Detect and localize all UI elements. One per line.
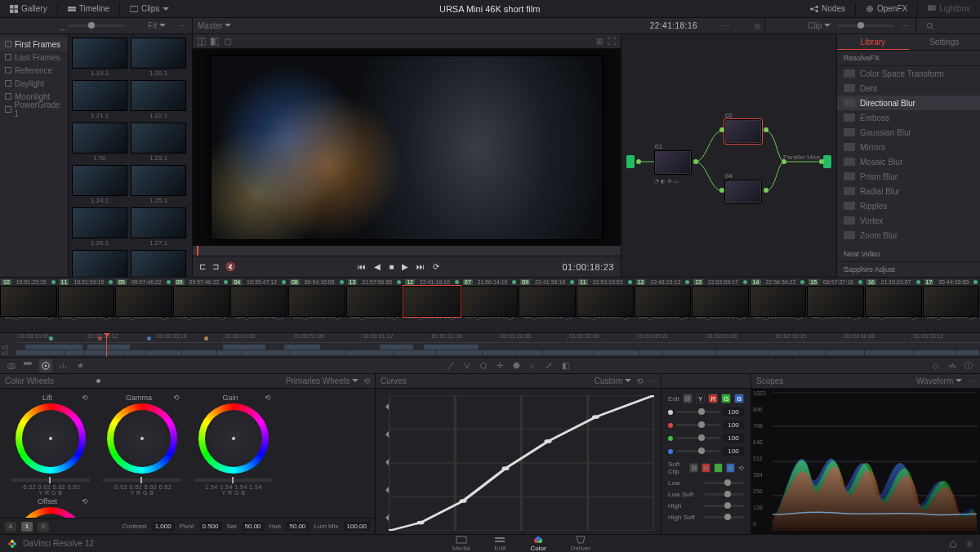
- node-zoom-slider[interactable]: [837, 24, 894, 27]
- timeline-flag[interactable]: [147, 336, 151, 341]
- loop-icon[interactable]: ⟳: [433, 262, 439, 271]
- scopes-options-icon[interactable]: ⋯: [967, 376, 975, 385]
- keyframe-icon[interactable]: ◇: [931, 361, 941, 371]
- curves-edge-markers[interactable]: [382, 395, 389, 531]
- channel-g[interactable]: G: [721, 394, 731, 403]
- still-thumb[interactable]: 1.24.1: [72, 165, 127, 204]
- clip-thumb[interactable]: 0410:35:47:12: [230, 278, 287, 314]
- clip-thumb[interactable]: 1222:48:23:13: [635, 278, 692, 314]
- highlight-icon[interactable]: ▢: [224, 37, 231, 46]
- clip-thumb[interactable]: 1321:57:56:00: [346, 278, 403, 314]
- album-reference[interactable]: Reference: [0, 64, 68, 77]
- next-clip-icon[interactable]: ⏭: [416, 262, 425, 271]
- expand-icon[interactable]: ⛶: [608, 37, 616, 46]
- home-icon[interactable]: [949, 540, 957, 548]
- clip-thumb[interactable]: 1322:03:59:17: [692, 278, 749, 314]
- reverse-icon[interactable]: ◀: [374, 262, 381, 271]
- fx-item[interactable]: Radial Blur: [837, 184, 980, 198]
- album-last-frames[interactable]: Last Frames: [0, 51, 68, 64]
- settings-icon[interactable]: [965, 540, 973, 548]
- mark-in-icon[interactable]: ⊏: [199, 262, 206, 271]
- fx-item[interactable]: Directional Blur: [837, 96, 980, 110]
- edit-r-slider[interactable]: [676, 424, 719, 426]
- node-01[interactable]: 01: [654, 150, 692, 175]
- qualifier-icon[interactable]: [462, 361, 472, 371]
- mute-icon[interactable]: 🔇: [225, 262, 235, 271]
- lightbox-button[interactable]: Lightbox: [923, 2, 975, 16]
- clips-button[interactable]: Clips: [125, 2, 174, 16]
- options-icon[interactable]: ⋯: [179, 21, 187, 30]
- still-thumb[interactable]: 1.23.1: [131, 122, 186, 162]
- node-graph[interactable]: 01 02 04 Parallel Mixe... ◔ ◐ ⊕ ▭: [621, 34, 836, 277]
- viewer-timecode[interactable]: 22:41:18:16: [650, 21, 697, 30]
- curves-options-icon[interactable]: ⋯: [648, 376, 656, 385]
- info-icon[interactable]: ⓘ: [964, 361, 973, 371]
- edit-y-value[interactable]: [723, 407, 744, 416]
- clip-thumb[interactable]: 1720:44:10:00: [923, 278, 980, 314]
- split-icon[interactable]: [211, 38, 219, 46]
- timeline-ruler[interactable]: 01:00:10:0601:00:20:1201:00:30:1801:00:4…: [16, 333, 980, 343]
- edit-b-value[interactable]: [723, 447, 744, 456]
- key-icon[interactable]: ⌕: [528, 361, 537, 371]
- page-edit[interactable]: Edit: [494, 536, 506, 552]
- viewer-timecode-display[interactable]: 01:00:18:23: [562, 262, 614, 272]
- gallery-button[interactable]: Gallery: [5, 2, 52, 16]
- viewer-scrubber[interactable]: [193, 246, 621, 256]
- curves-graph[interactable]: [389, 395, 654, 531]
- album-daylight[interactable]: Daylight: [0, 77, 68, 90]
- sc-channel-b[interactable]: B: [726, 463, 735, 473]
- node-mode-dropdown[interactable]: Clip: [808, 21, 831, 30]
- fx-item[interactable]: Emboss: [837, 110, 980, 125]
- stop-icon[interactable]: ■: [389, 262, 394, 271]
- still-thumb[interactable]: 1.30.1: [131, 250, 186, 277]
- page-color[interactable]: Color: [530, 536, 546, 552]
- node-options-icon[interactable]: ⋯: [901, 21, 909, 30]
- color-wheel-offset[interactable]: Offset⟲25.00 25.00 25.00 25.00Y R G B: [5, 496, 96, 518]
- edit-r-value[interactable]: [723, 421, 744, 430]
- still-thumb[interactable]: 1.50: [72, 122, 127, 162]
- clip-thumb[interactable]: 0509:57:46:22: [115, 278, 172, 314]
- timeline-flag[interactable]: [49, 336, 53, 341]
- window-icon[interactable]: [479, 361, 488, 371]
- clip-thumb[interactable]: 1222:41:18:16: [403, 278, 461, 314]
- fx-item[interactable]: Gaussian Blur: [837, 125, 980, 140]
- mini-timeline[interactable]: V2 V1 01:00:10:0601:00:20:1201:00:30:180…: [0, 333, 980, 358]
- page-1[interactable]: 1: [21, 522, 33, 532]
- page-a[interactable]: A: [5, 522, 16, 532]
- wheels-reset-icon[interactable]: ⟲: [363, 376, 370, 385]
- color-wheels-icon[interactable]: [39, 359, 52, 372]
- color-wheel-lift[interactable]: Lift⟲-0.02 0.02 0.02 0.02Y R G B: [5, 392, 96, 496]
- channel-y[interactable]: Y: [696, 394, 706, 403]
- camera-raw-icon[interactable]: [7, 361, 16, 371]
- clip-thumb[interactable]: 1422:56:34:22: [750, 278, 807, 314]
- scopes-mode-dropdown[interactable]: Waveform: [916, 376, 962, 385]
- primaries-mode-dropdown[interactable]: Primaries Wheels: [286, 376, 359, 385]
- node-04[interactable]: 04: [724, 180, 762, 204]
- curves-mode-dropdown[interactable]: Custom: [595, 376, 631, 385]
- sc-reset-icon[interactable]: ⟲: [738, 465, 744, 472]
- viewer-mode-dropdown[interactable]: Master: [198, 21, 231, 30]
- clip-thumb[interactable]: 1010:01:23:15: [0, 278, 57, 314]
- channel-r[interactable]: R: [708, 394, 718, 403]
- timeline-track-v1[interactable]: [16, 350, 980, 355]
- fx-item[interactable]: Color Space Transform: [837, 66, 980, 81]
- clip-thumb[interactable]: 0509:57:46:22: [173, 278, 230, 314]
- timeline-flag[interactable]: [204, 336, 208, 341]
- page-2[interactable]: 2: [38, 522, 49, 532]
- timeline-flag[interactable]: [98, 336, 102, 341]
- curves-icon[interactable]: [446, 361, 456, 371]
- curves-body[interactable]: [376, 389, 661, 534]
- hue-value[interactable]: 50.00: [286, 522, 309, 531]
- channel-b[interactable]: B: [734, 394, 744, 403]
- clip-thumb[interactable]: 0809:54:10:08: [288, 278, 345, 314]
- still-thumb[interactable]: 1.19.1: [72, 38, 127, 77]
- color-match-icon[interactable]: [23, 361, 33, 371]
- edit-y-slider[interactable]: .slider::after{left:50%}: [676, 411, 719, 413]
- fx-search-icon[interactable]: [923, 22, 938, 30]
- sc-low-slider[interactable]: [704, 482, 744, 484]
- fit-dropdown[interactable]: Fit: [148, 21, 166, 30]
- album-powergrade[interactable]: PowerGrade 1: [0, 103, 68, 116]
- page-media[interactable]: Media: [452, 536, 470, 552]
- album-first-frames[interactable]: First Frames: [0, 38, 68, 51]
- fx-tab-settings[interactable]: Settings: [909, 34, 981, 50]
